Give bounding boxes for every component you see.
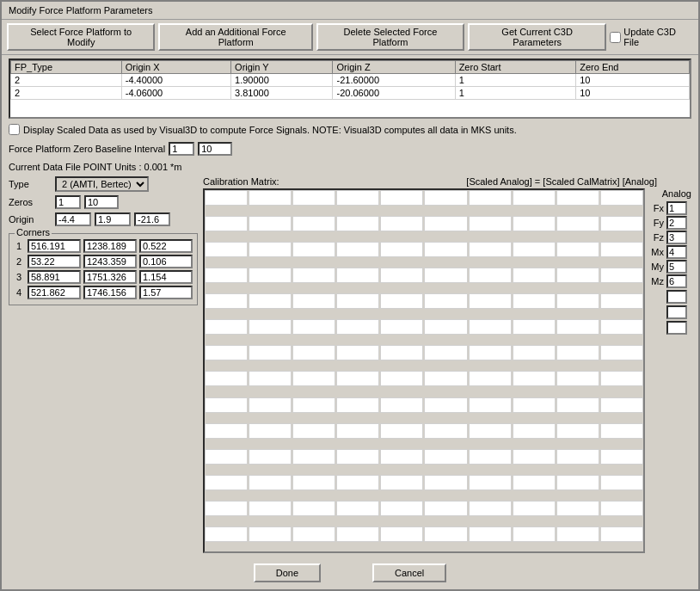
analog-input-mx[interactable] — [666, 245, 687, 259]
matrix-cell[interactable] — [513, 423, 556, 439]
corner-input-4-2[interactable] — [83, 286, 137, 299]
matrix-cell[interactable] — [424, 216, 467, 231]
matrix-cell[interactable] — [424, 501, 467, 516]
matrix-cell[interactable] — [292, 501, 335, 516]
matrix-cell[interactable] — [249, 449, 292, 465]
matrix-cell[interactable] — [469, 293, 512, 309]
matrix-cell[interactable] — [469, 449, 512, 465]
corner-input-3-2[interactable] — [83, 270, 137, 284]
corner-input-2-2[interactable] — [83, 255, 137, 268]
update-c3d-label[interactable]: Update C3D File — [610, 27, 693, 47]
matrix-cell[interactable] — [249, 216, 292, 231]
matrix-cell[interactable] — [336, 190, 379, 206]
corner-input-2-3[interactable] — [139, 255, 193, 268]
matrix-cell[interactable] — [380, 216, 423, 231]
display-scaled-checkbox[interactable] — [9, 124, 20, 135]
matrix-cell[interactable] — [556, 501, 599, 516]
matrix-cell[interactable] — [469, 190, 512, 206]
matrix-cell[interactable] — [380, 501, 423, 516]
matrix-cell[interactable] — [600, 397, 643, 413]
matrix-cell[interactable] — [469, 371, 512, 386]
matrix-cell[interactable] — [513, 216, 556, 231]
corner-input-3-1[interactable] — [28, 270, 81, 284]
matrix-cell[interactable] — [513, 501, 556, 516]
matrix-cell[interactable] — [292, 268, 335, 283]
matrix-cell[interactable] — [469, 423, 512, 439]
matrix-cell[interactable] — [556, 423, 599, 439]
matrix-cell[interactable] — [600, 449, 643, 465]
analog-input-fx[interactable] — [666, 201, 687, 215]
corner-input-1-1[interactable] — [28, 239, 81, 253]
matrix-cell[interactable] — [513, 449, 556, 465]
matrix-cell[interactable] — [556, 449, 599, 465]
matrix-cell[interactable] — [336, 397, 379, 413]
corner-input-2-1[interactable] — [28, 255, 81, 268]
interval-input-2[interactable] — [198, 142, 232, 156]
matrix-cell[interactable] — [205, 526, 248, 542]
matrix-cell[interactable] — [249, 268, 292, 283]
analog-extra-2[interactable] — [666, 305, 687, 319]
matrix-cell[interactable] — [205, 242, 248, 257]
matrix-cell[interactable] — [336, 345, 379, 360]
matrix-cell[interactable] — [424, 268, 467, 283]
matrix-cell[interactable] — [513, 475, 556, 490]
matrix-cell[interactable] — [513, 293, 556, 309]
matrix-cell[interactable] — [513, 190, 556, 206]
matrix-cell[interactable] — [424, 449, 467, 465]
matrix-cell[interactable] — [600, 319, 643, 335]
matrix-cell[interactable] — [600, 371, 643, 386]
matrix-cell[interactable] — [556, 397, 599, 413]
matrix-cell[interactable] — [469, 345, 512, 360]
matrix-cell[interactable] — [249, 345, 292, 360]
matrix-cell[interactable] — [513, 268, 556, 283]
matrix-cell[interactable] — [380, 423, 423, 439]
matrix-cell[interactable] — [336, 475, 379, 490]
matrix-cell[interactable] — [249, 293, 292, 309]
matrix-cell[interactable] — [424, 190, 467, 206]
matrix-cell[interactable] — [380, 345, 423, 360]
corner-input-1-2[interactable] — [83, 239, 137, 253]
matrix-cell[interactable] — [556, 345, 599, 360]
matrix-cell[interactable] — [205, 423, 248, 439]
matrix-cell[interactable] — [600, 190, 643, 206]
analog-extra-3[interactable] — [666, 321, 687, 335]
matrix-cell[interactable] — [424, 475, 467, 490]
matrix-cell[interactable] — [249, 475, 292, 490]
matrix-cell[interactable] — [556, 190, 599, 206]
matrix-cell[interactable] — [292, 397, 335, 413]
matrix-cell[interactable] — [205, 501, 248, 516]
matrix-cell[interactable] — [556, 475, 599, 490]
matrix-cell[interactable] — [205, 293, 248, 309]
get-c3d-button[interactable]: Get Current C3D Parameters — [468, 23, 606, 51]
matrix-cell[interactable] — [380, 371, 423, 386]
analog-input-fz[interactable] — [666, 231, 687, 244]
matrix-cell[interactable] — [556, 242, 599, 257]
matrix-cell[interactable] — [292, 475, 335, 490]
origin-z-input[interactable] — [134, 212, 170, 226]
matrix-cell[interactable] — [205, 345, 248, 360]
matrix-cell[interactable] — [556, 526, 599, 542]
matrix-cell[interactable] — [205, 371, 248, 386]
matrix-cell[interactable] — [380, 190, 423, 206]
corner-input-4-1[interactable] — [28, 286, 81, 299]
matrix-cell[interactable] — [469, 268, 512, 283]
origin-y-input[interactable] — [95, 212, 131, 226]
matrix-cell[interactable] — [205, 475, 248, 490]
matrix-cell[interactable] — [249, 423, 292, 439]
matrix-cell[interactable] — [424, 397, 467, 413]
matrix-cell[interactable] — [600, 501, 643, 516]
matrix-cell[interactable] — [336, 423, 379, 439]
corner-input-1-3[interactable] — [139, 239, 193, 253]
matrix-cell[interactable] — [380, 268, 423, 283]
matrix-cell[interactable] — [600, 216, 643, 231]
matrix-cell[interactable] — [424, 526, 467, 542]
matrix-cell[interactable] — [469, 475, 512, 490]
matrix-cell[interactable] — [424, 319, 467, 335]
matrix-cell[interactable] — [600, 423, 643, 439]
matrix-cell[interactable] — [205, 449, 248, 465]
interval-input-1[interactable] — [169, 142, 194, 156]
table-row[interactable]: 2-4.060003.81000-20.06000110 — [11, 87, 690, 100]
corner-input-3-3[interactable] — [139, 270, 193, 284]
matrix-cell[interactable] — [249, 501, 292, 516]
matrix-cell[interactable] — [424, 293, 467, 309]
